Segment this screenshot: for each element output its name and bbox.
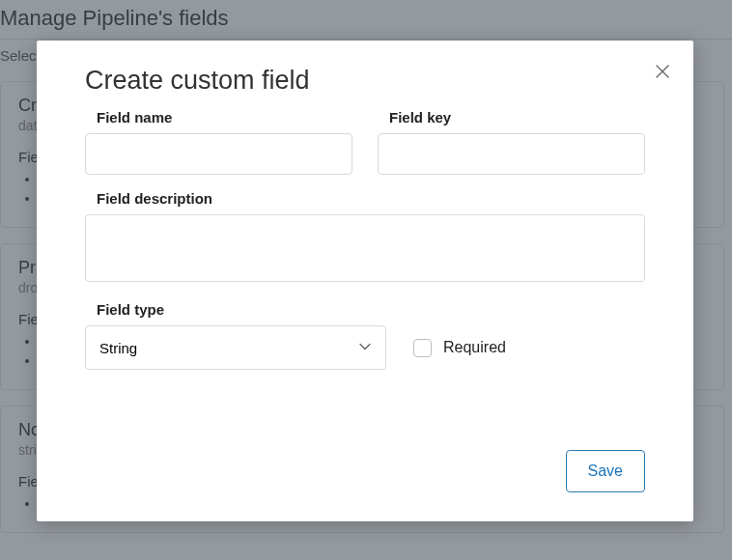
close-button[interactable] [651, 62, 674, 85]
field-description-label: Field description [97, 190, 645, 207]
modal-title: Create custom field [85, 66, 645, 96]
field-key-label: Field key [389, 109, 645, 126]
chevron-down-icon [358, 340, 372, 356]
close-icon [656, 65, 669, 82]
field-name-label: Field name [97, 109, 352, 126]
field-type-value: String [99, 340, 137, 356]
field-type-label: Field type [97, 301, 645, 318]
field-name-input[interactable] [85, 133, 352, 175]
field-description-input[interactable] [85, 214, 645, 282]
field-type-select[interactable]: String [85, 325, 386, 370]
create-custom-field-modal: Create custom field Field name Field key… [37, 41, 693, 521]
required-checkbox[interactable] [413, 339, 432, 357]
required-label: Required [443, 339, 506, 356]
save-button[interactable]: Save [566, 450, 645, 492]
field-key-input[interactable] [378, 133, 645, 175]
